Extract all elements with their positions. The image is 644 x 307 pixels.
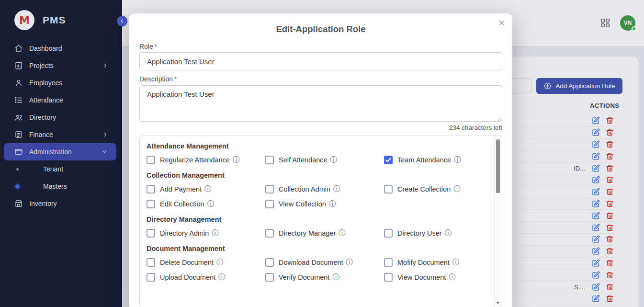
checkbox-unchecked[interactable] [147,229,155,238]
info-circle-icon[interactable]: ⓘ [216,258,223,267]
check-icon [384,156,393,164]
permission-checkbox-item[interactable]: Team Attendanceⓘ [384,156,494,164]
checkbox-unchecked[interactable] [147,273,155,282]
info-circle-icon[interactable]: ⓘ [454,156,461,164]
permission-section-heading: Attendance Management [147,142,494,150]
permission-checkbox-item[interactable]: Collection Adminⓘ [265,185,384,193]
checkbox-unchecked[interactable] [147,185,155,193]
permission-checkbox-item[interactable]: Directory Userⓘ [384,229,494,238]
permission-checkbox-item[interactable]: Upload Documentⓘ [147,273,265,282]
description-field-label: Description* [139,75,177,83]
permission-label: Download Document [279,259,343,266]
info-circle-icon[interactable]: ⓘ [212,229,218,238]
scrollbar-thumb[interactable] [496,139,500,193]
permission-section: Attendance ManagementRegularize Attendan… [147,142,494,164]
checkbox-unchecked[interactable] [265,229,274,238]
scroll-down-arrow-icon[interactable]: ▼ [495,301,501,305]
permission-label: Directory Manager [279,229,336,237]
info-circle-icon[interactable]: ⓘ [445,229,452,238]
description-textarea[interactable] [139,85,502,122]
role-label-text: Role [139,43,153,50]
info-circle-icon[interactable]: ⓘ [207,200,214,208]
checkbox-unchecked[interactable] [384,229,393,238]
permission-checkbox-item[interactable]: View Documentⓘ [384,273,494,282]
permission-label: Edit Collection [160,200,204,208]
permission-label: Team Attendance [397,156,451,164]
permission-label: Regularize Attendance [160,156,230,164]
permission-label: Verify Document [279,273,329,281]
permission-checkbox-item[interactable]: Directory Adminⓘ [147,229,265,238]
permission-checkbox-item[interactable]: Create Collectionⓘ [384,185,494,193]
permission-sections: Attendance ManagementRegularize Attendan… [140,136,494,307]
permission-label: View Document [397,273,446,281]
checkbox-unchecked[interactable] [265,156,274,164]
permission-label: Upload Document [160,273,215,281]
info-circle-icon[interactable]: ⓘ [333,185,340,193]
permission-section: Directory ManagementDirectory AdminⓘDire… [147,216,494,238]
permission-label: View Collection [279,200,326,208]
role-field-label: Role* [139,43,157,50]
permission-checkbox-item[interactable]: Regularize Attendanceⓘ [147,156,265,164]
info-circle-icon[interactable]: ⓘ [453,185,460,193]
checkbox-unchecked[interactable] [265,258,274,267]
permission-label: Directory Admin [160,229,209,237]
info-circle-icon[interactable]: ⓘ [233,156,239,164]
permission-checkbox-item[interactable]: Edit Collectionⓘ [147,200,265,208]
info-circle-icon[interactable]: ⓘ [346,258,353,267]
checkbox-unchecked[interactable] [147,258,155,267]
permission-checkbox-item[interactable]: Delete Documentⓘ [147,258,265,267]
checkbox-unchecked[interactable] [265,185,274,193]
info-circle-icon[interactable]: ⓘ [452,258,459,267]
characters-left-hint: 234 characters left [449,124,502,131]
info-circle-icon[interactable]: ⓘ [332,273,339,282]
required-marker: * [155,43,157,50]
edit-application-role-dialog: × Edit-Application Role Role* Descriptio… [129,13,512,307]
permission-label: Directory User [397,229,442,237]
permission-checkbox-item[interactable]: Directory Managerⓘ [265,229,384,238]
permission-checkbox-item[interactable]: Add Paymentⓘ [147,185,265,193]
checkbox-unchecked[interactable] [147,200,155,208]
required-marker: * [174,75,177,83]
permission-checkbox-item[interactable]: Verify Documentⓘ [265,273,384,282]
permission-section: Document ManagementDelete DocumentⓘDownl… [147,245,494,282]
checkbox-unchecked[interactable] [384,258,393,267]
description-label-text: Description [139,75,173,83]
permission-section-heading: Directory Management [147,216,494,223]
info-circle-icon[interactable]: ⓘ [449,273,455,282]
role-input[interactable] [139,52,502,70]
permission-checkbox-item[interactable]: View Collectionⓘ [265,200,384,208]
checkbox-checked[interactable] [384,156,393,164]
checkbox-unchecked[interactable] [265,273,274,282]
permission-section: Collection ManagementAdd PaymentⓘCollect… [147,171,494,208]
checkbox-unchecked[interactable] [265,200,274,208]
permission-label: Create Collection [397,185,451,193]
permission-label: Add Payment [160,185,202,193]
permission-checkbox-item[interactable]: Mofify Documentⓘ [384,258,494,267]
info-circle-icon[interactable]: ⓘ [204,185,211,193]
dialog-title: Edit-Application Role [129,24,512,34]
info-circle-icon[interactable]: ⓘ [329,200,336,208]
info-circle-icon[interactable]: ⓘ [339,229,345,238]
info-circle-icon[interactable]: ⓘ [330,156,337,164]
checkbox-unchecked[interactable] [384,185,393,193]
info-circle-icon[interactable]: ⓘ [218,273,225,282]
permission-label: Mofify Document [397,259,450,266]
scrollbar-track[interactable]: ▼ [494,136,501,307]
permission-checkbox-item[interactable]: Self Attendanceⓘ [265,156,384,164]
permissions-panel: Attendance ManagementRegularize Attendan… [139,136,502,307]
permission-label: Delete Document [160,259,214,266]
permission-label: Collection Admin [279,185,330,193]
permission-label: Self Attendance [279,156,328,164]
permission-section-heading: Collection Management [147,171,494,179]
permission-section-heading: Document Management [147,245,494,252]
permission-checkbox-item[interactable]: Download Documentⓘ [265,258,384,267]
checkbox-unchecked[interactable] [384,273,393,282]
checkbox-unchecked[interactable] [147,156,155,164]
